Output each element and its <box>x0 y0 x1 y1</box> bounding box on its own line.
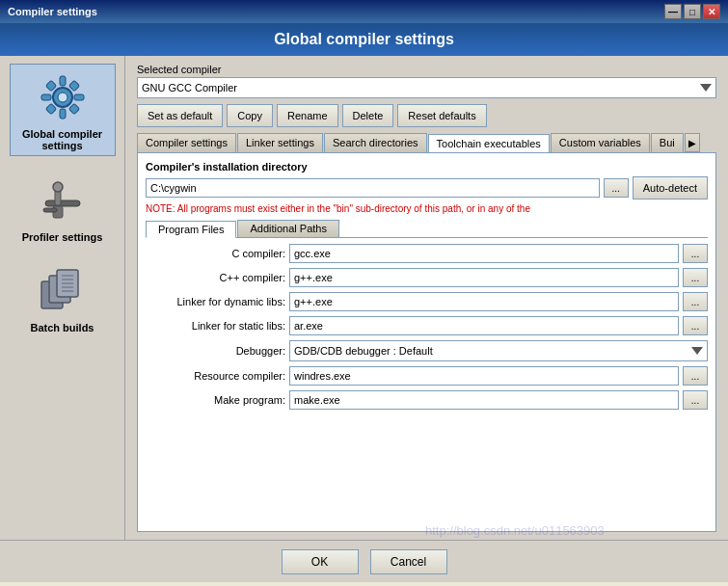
inner-tabs: Program Files Additional Paths <box>146 220 708 238</box>
debugger-label: Debugger: <box>146 345 285 357</box>
svg-rect-14 <box>43 208 57 212</box>
title-bar-controls: — □ ✕ <box>664 4 720 19</box>
svg-point-1 <box>58 93 67 102</box>
svg-rect-7 <box>68 80 79 91</box>
svg-point-12 <box>53 182 63 192</box>
cpp-compiler-browse[interactable]: ... <box>683 268 708 287</box>
svg-rect-4 <box>41 94 51 100</box>
form-row-debugger: Debugger: GDB/CDB debugger : Default <box>146 340 708 361</box>
sidebar-item-batch-builds[interactable]: Batch builds <box>10 258 116 337</box>
linker-static-input[interactable] <box>289 316 679 335</box>
tab-nav-forward[interactable]: ▶ <box>685 133 700 152</box>
svg-rect-6 <box>45 80 56 91</box>
sidebar-item-global-compiler[interactable]: Global compiler settings <box>10 64 116 156</box>
sidebar-item-label-profiler: Profiler settings <box>22 231 103 243</box>
compiler-row: GNU GCC Compiler <box>137 77 716 98</box>
global-compiler-icon <box>34 68 92 126</box>
close-button[interactable]: ✕ <box>703 4 720 19</box>
note-text: NOTE: All programs must exist either in … <box>146 203 708 214</box>
sidebar-item-label-global: Global compiler settings <box>22 128 102 151</box>
make-input[interactable] <box>289 390 679 410</box>
svg-rect-8 <box>45 103 56 114</box>
svg-rect-10 <box>45 200 80 206</box>
sidebar: Global compiler settings Profiler settin… <box>0 56 125 540</box>
ok-button[interactable]: OK <box>282 549 359 574</box>
auto-detect-button[interactable]: Auto-detect <box>633 176 708 200</box>
tab-panel-toolchain: Compiler's installation directory ... Au… <box>137 153 716 532</box>
maximize-button[interactable]: □ <box>684 4 701 19</box>
cpp-compiler-input[interactable] <box>289 268 679 287</box>
sidebar-item-profiler[interactable]: Profiler settings <box>10 168 116 247</box>
linker-static-label: Linker for static libs: <box>146 320 285 332</box>
tab-linker-settings[interactable]: Linker settings <box>237 133 323 152</box>
install-dir-row: ... Auto-detect <box>146 176 708 200</box>
linker-dynamic-input[interactable] <box>289 292 679 311</box>
profiler-icon <box>34 172 92 229</box>
form-row-make: Make program: ... <box>146 390 708 410</box>
main-container: Global compiler settings Profiler settin… <box>0 56 728 540</box>
tab-compiler-settings[interactable]: Compiler settings <box>137 133 236 152</box>
c-compiler-input[interactable] <box>289 244 679 263</box>
compiler-select[interactable]: GNU GCC Compiler <box>137 77 716 98</box>
form-row-linker-static: Linker for static libs: ... <box>146 316 708 335</box>
title-bar: Compiler settings — □ ✕ <box>0 0 728 23</box>
rename-button[interactable]: Rename <box>277 104 338 127</box>
debugger-select[interactable]: GDB/CDB debugger : Default <box>289 340 708 361</box>
resource-compiler-label: Resource compiler: <box>146 370 285 382</box>
sidebar-item-label-batch: Batch builds <box>30 322 94 333</box>
watermark: http://blog.csdn.net/u011563903 <box>425 523 605 538</box>
install-dir-browse-button[interactable]: ... <box>604 178 629 198</box>
resource-compiler-browse[interactable]: ... <box>683 366 708 386</box>
c-compiler-browse[interactable]: ... <box>683 244 708 263</box>
dialog-title: Global compiler settings <box>274 31 454 47</box>
form-row-linker-dynamic: Linker for dynamic libs: ... <box>146 292 708 311</box>
dialog-header: Global compiler settings <box>0 23 728 56</box>
make-label: Make program: <box>146 394 285 406</box>
resource-compiler-input[interactable] <box>289 366 679 386</box>
form-row-resource-compiler: Resource compiler: ... <box>146 366 708 386</box>
set-as-default-button[interactable]: Set as default <box>137 104 223 127</box>
batch-builds-icon <box>34 262 92 320</box>
minimize-button[interactable]: — <box>664 4 682 19</box>
delete-button[interactable]: Delete <box>342 104 394 127</box>
cancel-button[interactable]: Cancel <box>370 549 447 574</box>
install-dir-label: Compiler's installation directory <box>146 161 708 173</box>
install-dir-input[interactable] <box>146 178 600 198</box>
tab-bui[interactable]: Bui <box>651 133 684 152</box>
svg-rect-5 <box>74 94 84 100</box>
tab-custom-variables[interactable]: Custom variables <box>551 133 650 152</box>
inner-tab-additional-paths[interactable]: Additional Paths <box>237 220 339 237</box>
reset-defaults-button[interactable]: Reset defaults <box>397 104 486 127</box>
cpp-compiler-label: C++ compiler: <box>146 272 285 283</box>
content-area: Selected compiler GNU GCC Compiler Set a… <box>125 56 728 540</box>
tab-toolchain-executables[interactable]: Toolchain executables <box>428 134 550 153</box>
make-browse[interactable]: ... <box>683 390 708 410</box>
copy-button[interactable]: Copy <box>227 104 273 127</box>
linker-static-browse[interactable]: ... <box>683 316 708 335</box>
button-row: Set as default Copy Rename Delete Reset … <box>137 104 716 127</box>
svg-rect-9 <box>68 103 79 114</box>
dialog-footer: OK Cancel <box>0 540 728 582</box>
form-row-c-compiler: C compiler: ... <box>146 244 708 263</box>
c-compiler-label: C compiler: <box>146 248 285 259</box>
title-bar-title: Compiler settings <box>8 6 97 17</box>
main-tabs: Compiler settings Linker settings Search… <box>137 133 716 153</box>
svg-rect-3 <box>60 109 66 119</box>
selected-compiler-label: Selected compiler <box>137 64 716 75</box>
svg-rect-2 <box>60 76 66 86</box>
inner-tab-program-files[interactable]: Program Files <box>146 221 236 238</box>
form-row-cpp-compiler: C++ compiler: ... <box>146 268 708 287</box>
linker-dynamic-browse[interactable]: ... <box>683 292 708 311</box>
tab-search-directories[interactable]: Search directories <box>324 133 427 152</box>
linker-dynamic-label: Linker for dynamic libs: <box>146 296 285 307</box>
